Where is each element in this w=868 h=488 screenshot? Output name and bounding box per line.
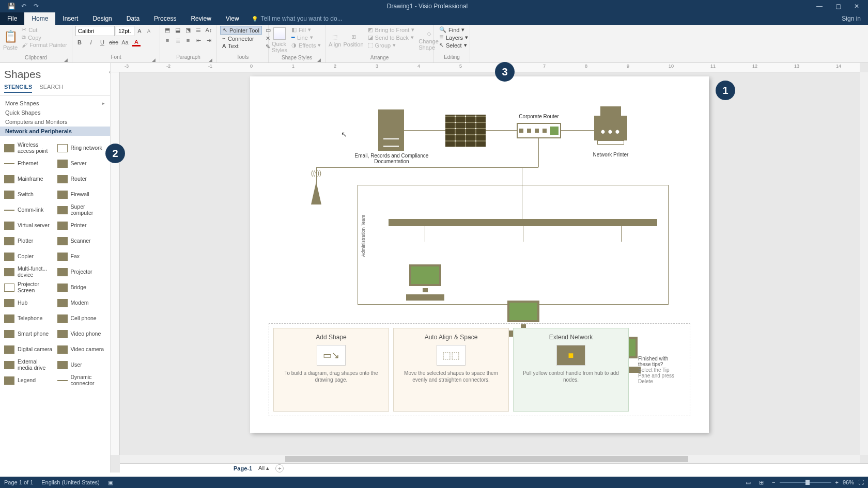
shape-stencil-item[interactable]: User bbox=[56, 358, 107, 372]
shape-bus[interactable] bbox=[389, 219, 657, 226]
bullets-icon[interactable]: ☰ bbox=[194, 26, 203, 34]
tab-data[interactable]: Data bbox=[119, 12, 147, 25]
shape-stencil-item[interactable]: Scanner bbox=[56, 234, 107, 248]
page-tab-all[interactable]: All ▴ bbox=[258, 465, 269, 471]
shape-stencil-item[interactable]: Plotter bbox=[3, 234, 54, 248]
shape-stencil-item[interactable]: Projector bbox=[56, 265, 107, 279]
connector[interactable] bbox=[404, 130, 445, 131]
shape-router[interactable] bbox=[517, 123, 561, 138]
shape-server[interactable] bbox=[378, 109, 404, 151]
minimize-icon[interactable]: — bbox=[814, 3, 825, 10]
stencil-more-shapes[interactable]: More Shapes bbox=[0, 99, 110, 108]
add-page-button[interactable]: + bbox=[275, 464, 284, 473]
bring-front-button[interactable]: ◩ Bring to Front ▾ bbox=[366, 26, 417, 34]
stencil-network[interactable]: Network and Peripherals bbox=[0, 127, 110, 136]
strike-button[interactable]: abc bbox=[110, 38, 118, 46]
copy-button[interactable]: ⧉ Copy bbox=[20, 34, 69, 41]
send-back-button[interactable]: ◪ Send to Back ▾ bbox=[366, 34, 417, 41]
zoom-in-icon[interactable]: + bbox=[835, 479, 839, 485]
shape-stencil-item[interactable]: Legend bbox=[3, 373, 54, 388]
paste-button[interactable]: 📋 Paste bbox=[3, 26, 18, 55]
undo-icon[interactable]: ↶ bbox=[20, 2, 28, 10]
zoom-out-icon[interactable]: − bbox=[772, 479, 775, 485]
align-left-icon[interactable]: ≡ bbox=[163, 36, 172, 44]
shape-stencil-item[interactable]: Switch bbox=[3, 187, 54, 202]
stencils-tab[interactable]: STENCILS bbox=[4, 84, 32, 93]
connector[interactable] bbox=[621, 226, 622, 242]
stencil-quick-shapes[interactable]: Quick Shapes bbox=[0, 108, 110, 117]
connector[interactable] bbox=[316, 167, 538, 168]
shape-stencil-item[interactable]: Router bbox=[56, 172, 107, 186]
shape-stencil-item[interactable]: Multi-funct... device bbox=[3, 265, 54, 279]
macro-record-icon[interactable]: ▣ bbox=[108, 479, 113, 486]
shape-stencil-item[interactable]: Cell phone bbox=[56, 311, 107, 326]
text-case-button[interactable]: Aa bbox=[121, 38, 129, 46]
tell-me-input[interactable]: Tell me what you want to do... bbox=[246, 12, 348, 25]
shape-stencil-item[interactable]: Projector Screen bbox=[3, 280, 54, 295]
align-top-icon[interactable]: ⬒ bbox=[163, 26, 172, 34]
connector[interactable] bbox=[425, 226, 425, 242]
tab-design[interactable]: Design bbox=[85, 12, 119, 25]
line-button[interactable]: ━ Line ▾ bbox=[289, 34, 323, 41]
connector[interactable] bbox=[523, 226, 523, 242]
stencil-computers[interactable]: Computers and Monitors bbox=[0, 117, 110, 127]
shape-team-container[interactable] bbox=[358, 185, 669, 305]
shape-stencil-item[interactable]: Printer bbox=[56, 218, 107, 233]
tab-home[interactable]: Home bbox=[24, 12, 55, 25]
paragraph-launcher-icon[interactable]: ◢ bbox=[209, 57, 212, 62]
drawing-viewport[interactable]: ↖ Email, Records and Compliance Document… bbox=[120, 72, 860, 455]
clipboard-launcher-icon[interactable]: ◢ bbox=[64, 57, 68, 62]
layers-button[interactable]: ≣ Layers ▾ bbox=[437, 34, 470, 41]
align-center-icon[interactable]: ≣ bbox=[174, 36, 182, 44]
view-fit-icon[interactable]: ⊞ bbox=[759, 479, 764, 486]
pointer-tool-button[interactable]: ↖ Pointer Tool bbox=[220, 26, 262, 35]
shape-stencil-item[interactable]: Mainframe bbox=[3, 172, 54, 186]
close-icon[interactable]: ✕ bbox=[851, 3, 862, 10]
drawing-page[interactable]: ↖ Email, Records and Compliance Document… bbox=[250, 76, 709, 433]
status-language[interactable]: English (United States) bbox=[41, 479, 100, 485]
shape-stencil-item[interactable]: Telephone bbox=[3, 311, 54, 326]
shape-firewall[interactable] bbox=[445, 115, 486, 147]
shape-stencil-item[interactable]: Ring network bbox=[56, 141, 107, 155]
shape-stencil-item[interactable]: Bridge bbox=[56, 280, 107, 295]
shape-stencil-item[interactable]: Smart phone bbox=[3, 327, 54, 341]
shape-stencil-item[interactable]: Hub bbox=[3, 296, 54, 310]
grow-font-icon[interactable]: A bbox=[135, 27, 144, 35]
shape-stencil-item[interactable]: Comm-link bbox=[3, 203, 54, 217]
quick-styles-button[interactable]: Quick Styles bbox=[272, 26, 287, 55]
shape-antenna[interactable] bbox=[311, 182, 321, 204]
scrollbar-thumb[interactable] bbox=[285, 456, 688, 462]
connector[interactable] bbox=[486, 130, 517, 131]
position-button[interactable]: ⊞Position bbox=[343, 26, 363, 55]
vertical-scrollbar[interactable] bbox=[860, 72, 868, 455]
zoom-value[interactable]: 96% bbox=[843, 479, 854, 485]
tips-pane[interactable]: Add Shape ▭↘ To build a diagram, drag sh… bbox=[269, 323, 690, 416]
font-size-input[interactable] bbox=[116, 26, 134, 36]
shape-stencil-item[interactable]: External media drive bbox=[3, 358, 54, 372]
shape-stencil-item[interactable]: Super computer bbox=[56, 203, 107, 217]
connector-tool-button[interactable]: ⌁ Connector bbox=[220, 35, 262, 42]
find-button[interactable]: 🔍 Find ▾ bbox=[437, 26, 470, 34]
shape-stencil-item[interactable]: Modem bbox=[56, 296, 107, 310]
shape-pc-1[interactable] bbox=[406, 264, 444, 301]
shape-stencil-item[interactable]: Video phone bbox=[56, 327, 107, 341]
underline-button[interactable]: U bbox=[98, 38, 106, 46]
connector[interactable] bbox=[561, 130, 594, 131]
shape-stencil-item[interactable]: Virtual server bbox=[3, 218, 54, 233]
font-name-input[interactable] bbox=[75, 26, 115, 36]
connector[interactable] bbox=[538, 138, 539, 167]
maximize-icon[interactable]: ▢ bbox=[833, 3, 843, 10]
tab-review[interactable]: Review bbox=[183, 12, 218, 25]
font-launcher-icon[interactable]: ◢ bbox=[152, 57, 156, 62]
align-right-icon[interactable]: ≡ bbox=[184, 36, 192, 44]
align-middle-icon[interactable]: ⬓ bbox=[174, 26, 182, 34]
orientation-icon[interactable]: A↕ bbox=[205, 26, 213, 34]
bold-button[interactable]: B bbox=[75, 38, 84, 46]
shape-stencil-item[interactable]: Server bbox=[56, 156, 107, 171]
shape-stencil-item[interactable]: Firewall bbox=[56, 187, 107, 202]
search-tab[interactable]: SEARCH bbox=[39, 84, 63, 93]
shape-styles-launcher-icon[interactable]: ◢ bbox=[317, 57, 321, 62]
tab-process[interactable]: Process bbox=[147, 12, 183, 25]
redo-icon[interactable]: ↷ bbox=[32, 2, 40, 10]
text-tool-button[interactable]: A Text bbox=[220, 42, 262, 50]
